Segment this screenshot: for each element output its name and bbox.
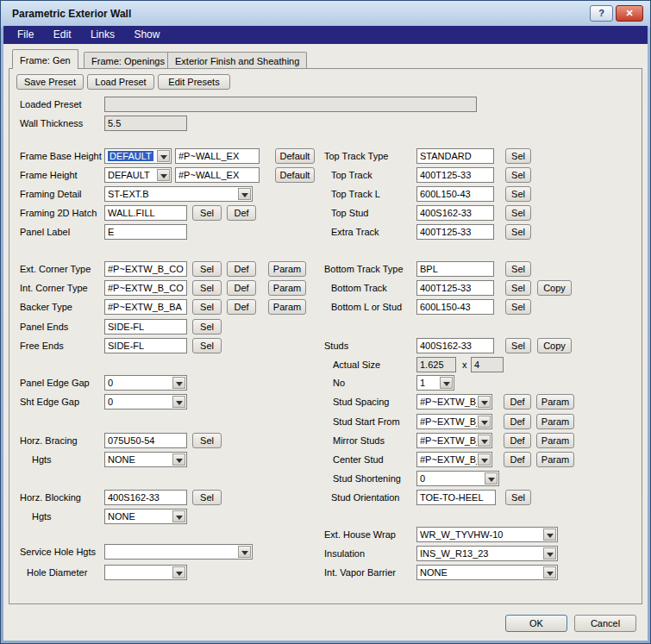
top-track-type-field[interactable]: STANDARD (416, 148, 494, 164)
stud-spacing-def-button[interactable]: Def (504, 394, 531, 410)
dropdown-arrow-icon[interactable] (157, 150, 170, 162)
bottom-l-or-stud-sel-button[interactable]: Sel (505, 299, 531, 315)
load-preset-button[interactable]: Load Preset (87, 74, 154, 90)
ext-corner-type-param-button[interactable]: Param (268, 261, 306, 277)
int-corner-type-sel-button[interactable]: Sel (192, 280, 222, 296)
dropdown-arrow-icon[interactable] (543, 528, 556, 541)
bracing-hgts-combo[interactable]: NONE (104, 452, 187, 467)
dropdown-arrow-icon[interactable] (478, 453, 491, 466)
dropdown-arrow-icon[interactable] (485, 472, 498, 485)
studs-copy-button[interactable]: Copy (537, 338, 572, 353)
frame-height-default-button[interactable]: Default (275, 167, 315, 183)
framing-2d-hatch-sel-button[interactable]: Sel (192, 205, 222, 221)
ext-house-wrap-combo[interactable]: WR_W_TYVHW-10 (416, 527, 558, 542)
edit-presets-button[interactable]: Edit Presets (158, 74, 230, 90)
frame-base-height-formula-field[interactable]: #P~WALL_EX (175, 148, 260, 164)
framing-2d-hatch-field[interactable]: WALL.FILL (104, 205, 187, 221)
tab-frame-gen[interactable]: Frame: Gen (12, 49, 78, 69)
top-track-l-field[interactable]: 600L150-43 (416, 186, 494, 202)
blocking-hgts-combo[interactable]: NONE (104, 509, 187, 524)
stud-start-from-def-button[interactable]: Def (504, 414, 531, 429)
frame-base-height-combo[interactable]: DEFAULT (104, 148, 172, 164)
dropdown-arrow-icon[interactable] (238, 188, 251, 200)
stud-spacing-combo[interactable]: #P~EXTW_B_ (416, 394, 492, 410)
studs-field[interactable]: 400S162-33 (416, 338, 494, 353)
save-preset-button[interactable]: Save Preset (16, 74, 84, 90)
mirror-studs-combo[interactable]: #P~EXTW_B_ (416, 433, 492, 448)
ext-corner-type-sel-button[interactable]: Sel (192, 261, 222, 277)
ext-corner-type-field[interactable]: #P~EXTW_B_CO (104, 261, 187, 277)
top-track-type-sel-button[interactable]: Sel (505, 148, 531, 164)
bottom-track-type-field[interactable]: BPL (416, 261, 494, 277)
dropdown-arrow-icon[interactable] (543, 547, 556, 560)
stud-shortening-combo[interactable]: 0 (416, 471, 499, 486)
dropdown-arrow-icon[interactable] (478, 435, 491, 447)
top-track-field[interactable]: 400T125-33 (416, 167, 494, 183)
center-stud-def-button[interactable]: Def (504, 452, 531, 467)
dropdown-arrow-icon[interactable] (238, 546, 251, 558)
ext-corner-type-def-button[interactable]: Def (227, 261, 256, 277)
horz-bracing-sel-button[interactable]: Sel (192, 433, 222, 448)
insulation-combo[interactable]: INS_W_R13_23 (416, 546, 558, 561)
dropdown-arrow-icon[interactable] (172, 510, 185, 522)
int-corner-type-param-button[interactable]: Param (268, 280, 306, 296)
close-button[interactable]: ✕ (616, 5, 643, 22)
tab-frame-openings[interactable]: Frame: Openings (84, 52, 172, 69)
menu-links[interactable]: Links (83, 26, 122, 43)
dropdown-arrow-icon[interactable] (172, 453, 185, 466)
dropdown-arrow-icon[interactable] (172, 377, 185, 389)
horz-blocking-sel-button[interactable]: Sel (192, 490, 222, 505)
stud-start-from-param-button[interactable]: Param (536, 414, 574, 429)
dropdown-arrow-icon[interactable] (478, 396, 491, 408)
int-corner-type-def-button[interactable]: Def (227, 280, 256, 296)
titlebar[interactable]: Parametric Exterior Wall ? ✕ (3, 3, 648, 26)
top-track-sel-button[interactable]: Sel (505, 167, 531, 183)
horz-blocking-field[interactable]: 400S162-33 (104, 490, 187, 505)
service-hole-hgts-combo[interactable] (104, 544, 253, 560)
hole-diameter-combo[interactable] (104, 565, 187, 580)
backer-type-sel-button[interactable]: Sel (192, 299, 222, 315)
extra-track-field[interactable]: 400T125-33 (416, 224, 494, 240)
framing-detail-combo[interactable]: ST-EXT.B (104, 186, 253, 202)
sht-edge-gap-combo[interactable]: 0 (104, 394, 187, 410)
cancel-button[interactable]: Cancel (574, 615, 636, 632)
center-stud-combo[interactable]: #P~EXTW_B_ (416, 452, 492, 467)
loaded-preset-field[interactable] (104, 97, 477, 112)
stud-spacing-param-button[interactable]: Param (536, 394, 574, 410)
actual-size-depth-field[interactable]: 4 (471, 357, 504, 372)
backer-type-def-button[interactable]: Def (227, 299, 256, 315)
dropdown-arrow-icon[interactable] (157, 169, 170, 181)
top-stud-field[interactable]: 400S162-33 (416, 205, 494, 221)
frame-height-formula-field[interactable]: #P~WALL_EX (175, 167, 260, 183)
backer-type-field[interactable]: #P~EXTW_B_BA (104, 299, 187, 315)
stud-orientation-sel-button[interactable]: Sel (505, 490, 531, 505)
actual-size-width-field[interactable]: 1.625 (416, 357, 456, 372)
bottom-track-type-sel-button[interactable]: Sel (505, 261, 531, 277)
backer-type-param-button[interactable]: Param (268, 299, 306, 315)
studs-sel-button[interactable]: Sel (505, 338, 531, 353)
free-ends-field[interactable]: SIDE-FL (104, 338, 187, 353)
int-vapor-barrier-combo[interactable]: NONE (416, 565, 558, 580)
dropdown-arrow-icon[interactable] (478, 416, 491, 428)
frame-base-height-default-button[interactable]: Default (275, 148, 315, 164)
top-stud-sel-button[interactable]: Sel (505, 205, 531, 221)
wall-thickness-field[interactable]: 5.5 (104, 116, 187, 131)
top-track-l-sel-button[interactable]: Sel (505, 186, 531, 202)
no-combo[interactable]: 1 (416, 375, 454, 391)
dropdown-arrow-icon[interactable] (440, 377, 453, 389)
menu-show[interactable]: Show (126, 26, 167, 43)
bottom-track-field[interactable]: 400T125-33 (416, 280, 494, 296)
mirror-studs-def-button[interactable]: Def (504, 433, 531, 448)
bottom-l-or-stud-field[interactable]: 600L150-43 (416, 299, 494, 315)
tab-exterior-finish-and-sheathing[interactable]: Exterior Finish and Sheathing (167, 52, 307, 69)
menu-edit[interactable]: Edit (46, 26, 79, 43)
center-stud-param-button[interactable]: Param (536, 452, 574, 467)
dropdown-arrow-icon[interactable] (543, 566, 556, 578)
bottom-track-copy-button[interactable]: Copy (537, 280, 572, 296)
mirror-studs-param-button[interactable]: Param (536, 433, 574, 448)
menu-file[interactable]: File (9, 26, 41, 43)
bottom-track-sel-button[interactable]: Sel (505, 280, 531, 296)
ok-button[interactable]: OK (505, 615, 567, 632)
frame-height-combo[interactable]: DEFAULT (104, 167, 172, 183)
panel-label-field[interactable]: E (104, 224, 187, 240)
